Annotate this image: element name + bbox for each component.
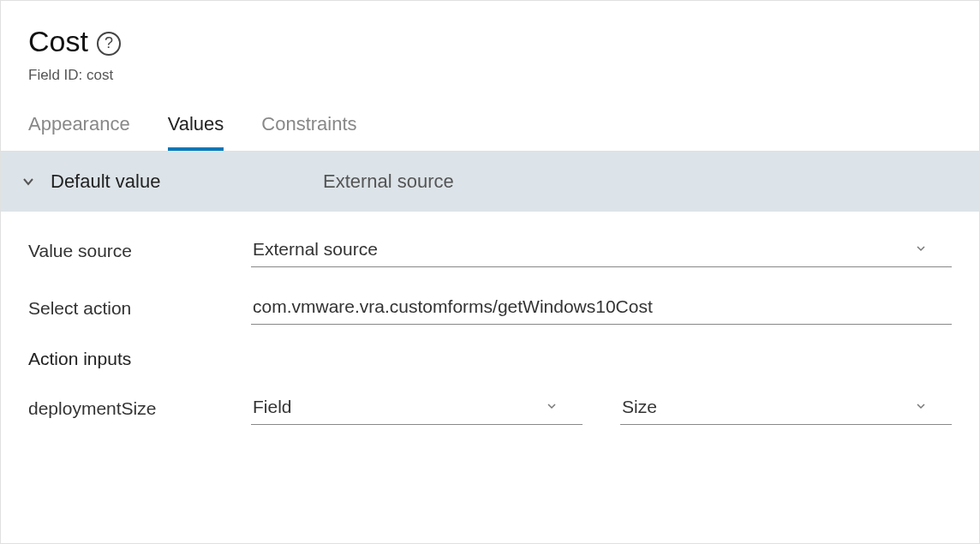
property-panel: Cost ? Field ID: cost Appearance Values …: [0, 0, 980, 544]
tabs: Appearance Values Constraints: [1, 91, 979, 152]
form-area: Value source External source Select acti…: [1, 212, 979, 457]
chevron-down-icon: [916, 242, 926, 256]
value-source-select[interactable]: External source: [251, 234, 952, 267]
deployment-size-label: deploymentSize: [28, 398, 251, 419]
chevron-down-icon: [916, 400, 926, 414]
value-source-label: Value source: [28, 241, 251, 261]
deployment-size-pair: Field Size: [251, 392, 952, 425]
deployment-size-row: deploymentSize Field Size: [28, 392, 952, 425]
tab-appearance[interactable]: Appearance: [28, 113, 130, 151]
panel-title: Cost: [28, 25, 88, 58]
deployment-size-value-select[interactable]: Size: [620, 392, 952, 425]
action-inputs-heading: Action inputs: [28, 349, 952, 369]
select-action-row: Select action: [28, 291, 952, 325]
deployment-size-type-value: Field: [253, 397, 292, 417]
deployment-size-value: Size: [622, 397, 657, 417]
select-action-input[interactable]: [251, 291, 952, 325]
value-source-row: Value source External source: [28, 234, 952, 267]
panel-header: Cost ? Field ID: cost: [1, 1, 979, 91]
chevron-down-icon[interactable]: [21, 175, 35, 188]
title-row: Cost ?: [28, 25, 952, 58]
deployment-size-type-select[interactable]: Field: [251, 392, 583, 425]
section-label: Default value: [51, 170, 308, 193]
chevron-down-icon: [547, 400, 557, 414]
select-action-label: Select action: [28, 298, 251, 319]
section-value: External source: [323, 170, 454, 193]
value-source-selected: External source: [253, 239, 378, 260]
default-value-section[interactable]: Default value External source: [1, 152, 979, 212]
field-id-label: Field ID: cost: [28, 67, 952, 84]
tab-constraints[interactable]: Constraints: [261, 113, 356, 151]
tab-values[interactable]: Values: [168, 113, 224, 151]
help-icon[interactable]: ?: [97, 32, 121, 56]
